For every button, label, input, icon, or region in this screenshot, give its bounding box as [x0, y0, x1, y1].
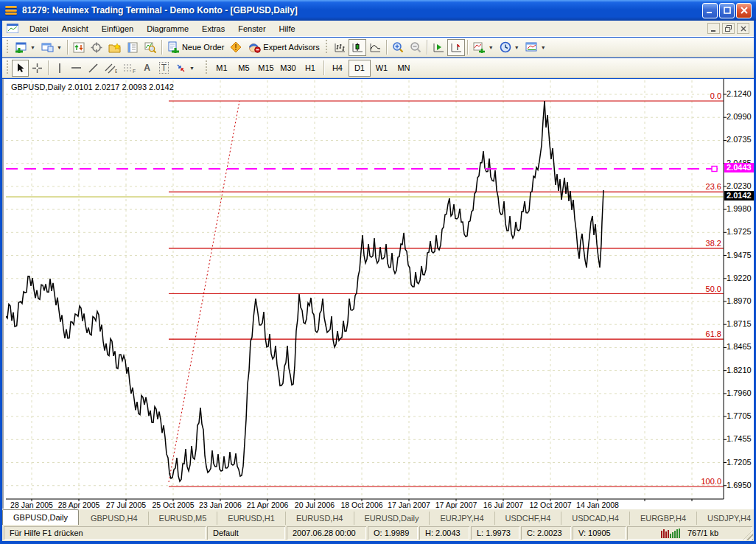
trendline-tool-button[interactable]: [85, 60, 102, 77]
equidistant-channel-tool-button[interactable]: E: [102, 60, 120, 77]
menu-extras[interactable]: Extras: [195, 22, 231, 35]
fib-label: 100.0: [701, 477, 721, 486]
navigator-button[interactable]: [105, 39, 124, 56]
dropdown-arrow-icon: ▼: [541, 45, 546, 50]
new-order-button[interactable]: Neue Order: [164, 39, 227, 56]
mdi-close-button[interactable]: [737, 23, 749, 34]
indicators-button[interactable]: ▼: [470, 39, 497, 56]
tab-eurusd-m5[interactable]: EURUSD,M5: [148, 512, 217, 525]
period-m15-button[interactable]: M15: [255, 60, 277, 77]
period-d1-button[interactable]: D1: [349, 60, 371, 77]
y-tick-label: 1.8210: [727, 366, 752, 374]
maximize-button[interactable]: [719, 3, 735, 18]
tab-gbpusd-daily[interactable]: GBPUSD,Daily: [2, 509, 79, 525]
mdi-minimize-button[interactable]: [707, 23, 720, 34]
profiles-button[interactable]: ▼: [38, 39, 65, 56]
tab-eurusd-h1[interactable]: EURUSD,H1: [217, 512, 285, 525]
y-tick-label: 1.9725: [727, 227, 752, 236]
y-tick-label: 2.1240: [727, 89, 752, 98]
chart-shift-button[interactable]: [447, 39, 465, 56]
fib-label: 0.0: [710, 91, 721, 100]
menu-datei[interactable]: Datei: [23, 22, 55, 35]
dropdown-arrow-icon: ▼: [30, 45, 35, 50]
toolbar-grip[interactable]: [6, 40, 10, 55]
hline-handle[interactable]: [712, 167, 717, 172]
menu-diagramme[interactable]: Diagramme: [140, 22, 195, 35]
market-watch-button[interactable]: [70, 39, 88, 56]
x-tick-label: 16 Jul 2007: [477, 501, 529, 509]
tab-usdcad-h4[interactable]: USDCAD,H4: [561, 512, 629, 525]
dropdown-arrow-icon: ▼: [57, 45, 62, 50]
line-chart-button[interactable]: [366, 39, 384, 56]
y-tick-label: 2.0735: [727, 135, 752, 144]
app-logo-icon: [4, 4, 18, 16]
hline-price-label[interactable]: 2.0443: [724, 163, 754, 172]
dropdown-arrow-icon: ▼: [514, 45, 519, 50]
metaeditor-button[interactable]: !: [227, 39, 245, 56]
period-m30-button[interactable]: M30: [277, 60, 299, 77]
tab-eurusd-daily[interactable]: EURUSD,Daily: [354, 512, 430, 525]
menu-hilfe[interactable]: Hilfe: [273, 22, 302, 35]
mdi-restore-button[interactable]: [722, 23, 735, 34]
terminal-button[interactable]: [124, 39, 141, 56]
crosshair-tool-button[interactable]: [29, 60, 46, 77]
period-h1-button[interactable]: H1: [299, 60, 321, 77]
period-mn-button[interactable]: MN: [393, 60, 415, 77]
fib-anchor-line[interactable]: [169, 101, 239, 482]
zoom-in-button[interactable]: [389, 39, 407, 56]
arrows-tool-button[interactable]: ▼: [172, 60, 197, 77]
menu-ansicht[interactable]: Ansicht: [55, 22, 95, 35]
templates-button[interactable]: ▼: [522, 39, 549, 56]
toolbar-grip[interactable]: [6, 60, 10, 75]
menu-einfuegen[interactable]: Einfügen: [95, 22, 140, 35]
period-h4-button[interactable]: H4: [326, 60, 349, 77]
cursor-tool-button[interactable]: [12, 60, 29, 77]
fib-label: 38.2: [706, 239, 721, 248]
status-profile[interactable]: Default: [207, 526, 285, 540]
period-m5-button[interactable]: M5: [233, 60, 255, 77]
x-tick-label: 25 Oct 2005: [147, 501, 199, 509]
close-button[interactable]: [736, 3, 752, 18]
y-tick-label: 1.8465: [727, 342, 752, 351]
periods-button[interactable]: ▼: [497, 39, 522, 56]
text-tool-button[interactable]: A: [139, 60, 155, 77]
date-axis[interactable]: 28 Jan 200528 Apr 200527 Jul 200525 Oct …: [6, 500, 727, 509]
svg-text:F: F: [133, 69, 136, 74]
data-window-button[interactable]: [88, 39, 105, 56]
new-chart-button[interactable]: ▼: [12, 39, 38, 56]
price-axis[interactable]: 2.12402.09902.07352.04852.02301.99801.97…: [727, 79, 754, 499]
fibonacci-tool-button[interactable]: F: [120, 60, 139, 77]
auto-scroll-button[interactable]: [430, 39, 447, 56]
tab-eurjpy-h4[interactable]: EURJPY,H4: [429, 512, 494, 525]
status-hint: Für Hilfe F1 drücken: [4, 526, 206, 540]
tab-eurusd-h4[interactable]: EURUSD,H4: [285, 512, 354, 525]
horizontal-line-tool-button[interactable]: [68, 60, 85, 77]
status-connection: 767/1 kb: [627, 526, 752, 540]
menu-fenster[interactable]: Fenster: [231, 22, 272, 35]
price-chart[interactable]: 0.023.638.250.061.8100.0: [6, 79, 729, 509]
new-order-label: Neue Order: [182, 43, 224, 52]
expert-advisors-button[interactable]: Expert Advisors: [245, 39, 322, 56]
y-tick-label: 1.9980: [727, 204, 752, 213]
text-label-tool-button[interactable]: T: [155, 60, 172, 77]
chart-area[interactable]: GBPUSD,Daily 2.0101 2.0217 2.0093 2.0142…: [2, 79, 754, 509]
x-tick-label: 14 Jan 2008: [572, 501, 623, 509]
period-m1-button[interactable]: M1: [211, 60, 233, 77]
tab-usdchf-h4[interactable]: USDCHF,H4: [494, 512, 561, 525]
bar-chart-button[interactable]: [331, 39, 349, 56]
vertical-line-tool-button[interactable]: [51, 60, 68, 77]
tab-gbpusd-h4[interactable]: GBPUSD,H4: [80, 512, 148, 525]
tab-usdjpy-h4[interactable]: USDJPY,H4: [696, 512, 756, 525]
chart-window-icon: [7, 24, 18, 33]
period-w1-button[interactable]: W1: [371, 60, 393, 77]
minimize-button[interactable]: [702, 3, 718, 18]
title-bar[interactable]: 81279: Neuimex Trading Terminal - Demo K…: [0, 0, 756, 21]
strategy-tester-button[interactable]: [141, 39, 159, 56]
candlestick-chart-button[interactable]: [349, 39, 366, 56]
tab-eurgbp-h4[interactable]: EURGBP,H4: [629, 512, 696, 525]
y-tick-label: 2.0990: [727, 112, 752, 121]
zoom-out-button[interactable]: [407, 39, 424, 56]
toolbar-grip[interactable]: [325, 40, 329, 55]
status-high: H: 2.0043: [419, 526, 469, 540]
toolbar-grip[interactable]: [205, 60, 209, 75]
